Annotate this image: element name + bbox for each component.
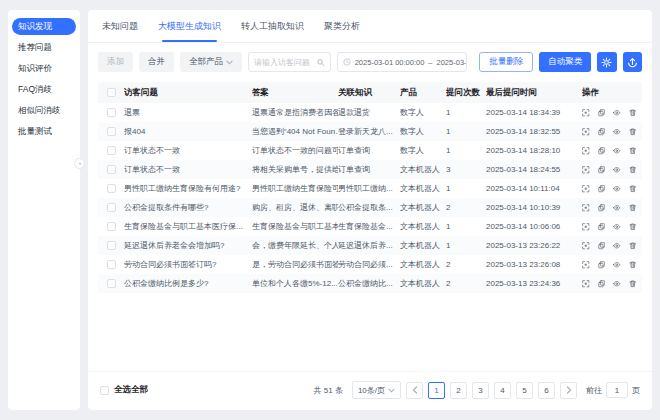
tab-cluster-analysis[interactable]: 聚类分析 xyxy=(324,20,360,42)
row-checkbox[interactable] xyxy=(107,260,116,269)
row-checkbox[interactable] xyxy=(107,222,116,231)
view-icon[interactable] xyxy=(613,108,621,118)
cell-actions xyxy=(582,165,642,175)
sidebar-item-batch-test[interactable]: 批量测试 xyxy=(12,123,76,140)
date-range-picker[interactable]: 2025-03-01 00:00:00 – 2025-03-17 23:59:5… xyxy=(337,52,467,72)
prev-page-button[interactable] xyxy=(406,382,423,399)
delete-icon[interactable] xyxy=(629,184,637,194)
sidebar-item-similar-question-disambiguation[interactable]: 相似问消歧 xyxy=(12,102,76,119)
auto-cluster-button[interactable]: 自动聚类 xyxy=(539,52,591,72)
search-icon[interactable] xyxy=(317,58,325,67)
view-icon[interactable] xyxy=(613,146,621,156)
locate-icon[interactable] xyxy=(582,108,590,118)
batch-delete-button[interactable]: 批量删除 xyxy=(479,52,533,72)
copy-icon[interactable] xyxy=(598,260,606,270)
page-button-6[interactable]: 6 xyxy=(538,382,555,399)
page-size-select[interactable]: 10条/页 xyxy=(352,381,401,399)
row-checkbox[interactable] xyxy=(107,279,116,288)
sidebar-item-faq-disambiguation[interactable]: FAQ消歧 xyxy=(12,81,76,98)
copy-icon[interactable] xyxy=(598,165,606,175)
copy-icon[interactable] xyxy=(598,241,606,251)
cell-product: 文本机器人 xyxy=(400,221,446,232)
delete-icon[interactable] xyxy=(629,127,637,137)
cell-actions xyxy=(582,203,642,213)
sidebar-collapse-icon[interactable]: ◂ xyxy=(74,158,85,169)
view-icon[interactable] xyxy=(613,184,621,194)
copy-icon[interactable] xyxy=(598,222,606,232)
product-filter-select[interactable]: 全部产品 xyxy=(180,52,242,72)
locate-icon[interactable] xyxy=(582,241,590,251)
locate-icon[interactable] xyxy=(582,184,590,194)
view-icon[interactable] xyxy=(613,165,621,175)
locate-icon[interactable] xyxy=(582,165,590,175)
copy-icon[interactable] xyxy=(598,146,606,156)
row-checkbox[interactable] xyxy=(107,108,116,117)
add-button[interactable]: 添加 xyxy=(98,52,133,72)
header-question: 访客问题 xyxy=(124,87,252,99)
row-checkbox[interactable] xyxy=(107,165,116,174)
delete-icon[interactable] xyxy=(629,260,637,270)
delete-icon[interactable] xyxy=(629,241,637,251)
view-icon[interactable] xyxy=(613,127,621,137)
cell-time: 2025-03-14 18:28:10 xyxy=(486,146,582,155)
cell-answer: 退票通常是指消费者因各... xyxy=(252,107,338,118)
copy-icon[interactable] xyxy=(598,127,606,137)
row-checkbox[interactable] xyxy=(107,146,116,155)
select-all-header-checkbox[interactable] xyxy=(107,88,116,97)
view-icon[interactable] xyxy=(613,260,621,270)
tab-manual-extracted-knowledge[interactable]: 转人工抽取知识 xyxy=(241,20,304,42)
delete-icon[interactable] xyxy=(629,165,637,175)
header-knowledge: 关联知识 xyxy=(338,87,400,99)
delete-icon[interactable] xyxy=(629,146,637,156)
locate-icon[interactable] xyxy=(582,260,590,270)
delete-icon[interactable] xyxy=(629,203,637,213)
row-checkbox[interactable] xyxy=(107,127,116,136)
select-all-pages-checkbox[interactable] xyxy=(100,386,109,395)
view-icon[interactable] xyxy=(613,279,621,289)
row-checkbox[interactable] xyxy=(107,184,116,193)
locate-icon[interactable] xyxy=(582,222,590,232)
merge-button[interactable]: 合并 xyxy=(139,52,174,72)
view-icon[interactable] xyxy=(613,241,621,251)
locate-icon[interactable] xyxy=(582,279,590,289)
locate-icon[interactable] xyxy=(582,127,590,137)
cell-count: 1 xyxy=(446,222,486,231)
cell-count: 2 xyxy=(446,260,486,269)
delete-icon[interactable] xyxy=(629,279,637,289)
date-end-value: 2025-03-17 23:59:59 xyxy=(437,58,468,67)
product-filter-value: 全部产品 xyxy=(189,56,223,68)
main-panel: 未知问题 大模型生成知识 转人工抽取知识 聚类分析 添加 合并 全部产品 202… xyxy=(88,10,652,410)
cluster-settings-button[interactable] xyxy=(597,52,616,72)
next-page-button[interactable] xyxy=(560,382,577,399)
sidebar: 知识发现 推荐问题 知识评价 FAQ消歧 相似问消歧 批量测试 ◂ xyxy=(8,10,80,410)
copy-icon[interactable] xyxy=(598,108,606,118)
locate-icon[interactable] xyxy=(582,203,590,213)
export-button[interactable] xyxy=(623,52,642,72)
sidebar-item-knowledge-discovery[interactable]: 知识发现 xyxy=(12,18,76,35)
page-button-4[interactable]: 4 xyxy=(494,382,511,399)
row-checkbox[interactable] xyxy=(107,203,116,212)
row-checkbox[interactable] xyxy=(107,241,116,250)
delete-icon[interactable] xyxy=(629,222,637,232)
sidebar-item-knowledge-evaluation[interactable]: 知识评价 xyxy=(12,60,76,77)
view-icon[interactable] xyxy=(613,222,621,232)
goto-page-input[interactable] xyxy=(606,382,628,398)
view-icon[interactable] xyxy=(613,203,621,213)
page-button-3[interactable]: 3 xyxy=(472,382,489,399)
tab-unknown-questions[interactable]: 未知问题 xyxy=(102,20,138,42)
locate-icon[interactable] xyxy=(582,146,590,156)
header-time: 最后提问时间 xyxy=(486,87,582,99)
copy-icon[interactable] xyxy=(598,184,606,194)
cell-count: 1 xyxy=(446,127,486,136)
page-button-5[interactable]: 5 xyxy=(516,382,533,399)
page-button-2[interactable]: 2 xyxy=(450,382,467,399)
sidebar-item-recommended-questions[interactable]: 推荐问题 xyxy=(12,39,76,56)
tab-llm-generated-knowledge[interactable]: 大模型生成知识 xyxy=(158,20,221,42)
search-input[interactable] xyxy=(254,58,313,67)
copy-icon[interactable] xyxy=(598,203,606,213)
page-button-1[interactable]: 1 xyxy=(428,382,445,399)
cell-actions xyxy=(582,146,642,156)
cell-knowledge: 登录新天龙八... xyxy=(338,126,400,137)
delete-icon[interactable] xyxy=(629,108,637,118)
copy-icon[interactable] xyxy=(598,279,606,289)
